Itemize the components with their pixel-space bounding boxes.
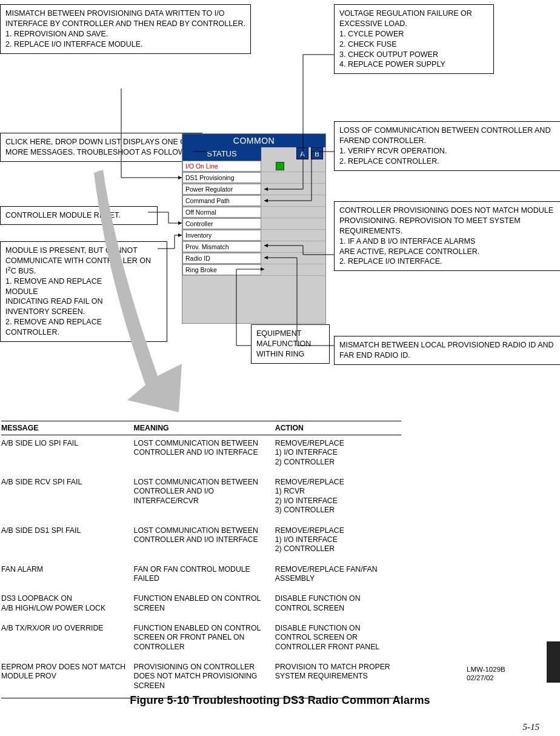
table-row: A/B SIDE LIO SPI FAIL LOST COMMUNICATION… [1,435,401,475]
callout-ctrl-reset: CONTROLLER MODULE RESET. [0,206,158,225]
doc-date: 02/27/02 [467,674,494,681]
label: Controller [182,218,261,229]
text: LOSS OF COMMUNICATION BETWEEN CONTROLLER… [339,126,550,166]
status-row-power-reg: Power Regulator [182,184,325,195]
indicator-a [276,162,284,170]
label: DS1 Provisioning [182,172,261,183]
label: Off Normal [182,207,261,218]
label: Radio ID [182,253,261,264]
label: Ring Broke [182,264,261,275]
table-header-row: MESSAGE MEANING ACTION [1,421,401,435]
text: VOLTAGE REGULATION FAILURE OR EXCESSIVE … [339,9,472,69]
cell-message: FAN ALARM [1,561,134,591]
callout-radio-id: MISMATCH BETWEEN LOCAL PROVISIONED RADIO… [334,336,560,365]
cell-message: EEPROM PROV DOES NOT MATCH MODULE PROV [1,659,134,698]
th-message: MESSAGE [1,421,134,435]
cell-action: REMOVE/REPLACE 1) RCVR 2) I/O INTERFACE … [275,474,401,522]
callout-click-here: CLICK HERE, DROP DOWN LIST DISPLAYS ONE … [0,133,202,162]
panel-status-row: STATUS A B [182,147,325,161]
callout-ring-broke: EQUIPMENT MALFUNCTION WITHIN RING [251,324,330,364]
text: CLICK HERE, DROP DOWN LIST DISPLAYS ONE … [5,138,193,156]
label: Prov. Mismatch [182,241,261,252]
status-row-controller: Controller [182,218,325,230]
status-row-off-normal: Off Normal [182,207,325,218]
cell-action: REMOVE/REPLACE 1) I/O INTERFACE 2) CONTR… [275,523,401,561]
cell-meaning: LOST COMMUNICATION BETWEEN CONTROLLER AN… [134,523,275,561]
doc-code: LMW-1029B [467,666,505,673]
text-suffix: C BUS. 1. REMOVE AND REPLACE MODULE INDI… [5,267,102,336]
table-row: DS3 LOOPBACK ON A/B HIGH/LOW POWER LOCK … [1,590,401,620]
status-row-prov-mismatch: Prov. Mismatch [182,241,325,253]
table-row: A/B SIDE DS1 SPI FAIL LOST COMMUNICATION… [1,523,401,561]
figure-caption: Figure 5-10 Troubleshooting DS3 Radio Co… [0,694,560,707]
side-tab [547,641,560,683]
message-table: MESSAGE MEANING ACTION A/B SIDE LIO SPI … [1,421,401,698]
text: EQUIPMENT MALFUNCTION WITHIN RING [256,329,311,358]
status-panel: COMMON STATUS A B I/O On Line DS1 Provis… [182,133,326,324]
panel-col-a: A [296,147,308,159]
cell-message: DS3 LOOPBACK ON A/B HIGH/LOW POWER LOCK [1,590,134,620]
callout-ds1-prov: MISMATCH BETWEEN PROVISIONING DATA WRITT… [0,4,251,54]
cell-meaning: LOST COMMUNICATION BETWEEN CONTROLLER AN… [134,435,275,475]
cell-action: REMOVE/REPLACE FAN/FAN ASSEMBLY [275,561,401,591]
doc-id: LMW-1029B 02/27/02 [467,666,505,683]
cell-meaning: FUNCTION ENABLED ON CONTROL SCREEN OR FR… [134,620,275,659]
text: CONTROLLER PROVISIONING DOES NOT MATCH M… [339,206,553,266]
table-row: FAN ALARM FAN OR FAN CONTROL MODULE FAIL… [1,561,401,591]
cell-message: A/B SIDE DS1 SPI FAIL [1,523,134,561]
table-row: A/B TX/RX/OR I/O OVERRIDE FUNCTION ENABL… [1,620,401,659]
status-row-ds1-prov: DS1 Provisioning [182,172,325,184]
panel-col-b: B [311,147,323,159]
cell-action: DISABLE FUNCTION ON CONTROL SCREEN OR CO… [275,620,401,659]
page-number: 5-15 [523,722,540,732]
text: MISMATCH BETWEEN LOCAL PROVISIONED RADIO… [339,341,554,360]
status-row-radio-id: Radio ID [182,253,325,264]
th-action: ACTION [275,421,401,435]
text: MISMATCH BETWEEN PROVISIONING DATA WRITT… [5,9,245,49]
status-row-inventory: Inventory [182,230,325,241]
cell-action: DISABLE FUNCTION ON CONTROL SCREEN [275,590,401,620]
label: Inventory [182,230,261,241]
label: Power Regulator [182,184,261,195]
cell-action: REMOVE/REPLACE 1) I/O INTERFACE 2) CONTR… [275,435,401,475]
callout-module-present: MODULE IS PRESENT, BUT CANNOT COMMUNICAT… [0,241,167,342]
text: CONTROLLER MODULE RESET. [5,211,121,219]
cell-message: A/B TX/RX/OR I/O OVERRIDE [1,620,134,659]
label: Command Path [182,195,261,206]
cell-meaning: PROVISIONING ON CONTROLLER DOES NOT MATC… [134,659,275,698]
cell-message: A/B SIDE RCV SPI FAIL [1,474,134,522]
table-row: EEPROM PROV DOES NOT MATCH MODULE PROV P… [1,659,401,698]
status-row-io-online: I/O On Line [182,161,325,172]
cell-message: A/B SIDE LIO SPI FAIL [1,435,134,475]
th-meaning: MEANING [134,421,275,435]
callout-loss-comm: LOSS OF COMMUNICATION BETWEEN CONTROLLER… [334,121,560,171]
panel-status-label: STATUS [182,147,261,161]
cell-meaning: LOST COMMUNICATION BETWEEN CONTROLLER AN… [134,474,275,522]
status-row-ring-broke: Ring Broke [182,264,325,276]
label: I/O On Line [182,161,261,172]
cell-action: PROVISION TO MATCH PROPER SYSTEM REQUIRE… [275,659,401,698]
panel-header-common: COMMON [182,134,325,147]
callout-prov-mismatch: CONTROLLER PROVISIONING DOES NOT MATCH M… [334,201,560,271]
cell-meaning: FUNCTION ENABLED ON CONTROL SCREEN [134,590,275,620]
callout-voltage: VOLTAGE REGULATION FAILURE OR EXCESSIVE … [334,4,494,74]
table-row: A/B SIDE RCV SPI FAIL LOST COMMUNICATION… [1,474,401,522]
status-row-cmd-path: Command Path [182,195,325,207]
cell-meaning: FAN OR FAN CONTROL MODULE FAILED [134,561,275,591]
